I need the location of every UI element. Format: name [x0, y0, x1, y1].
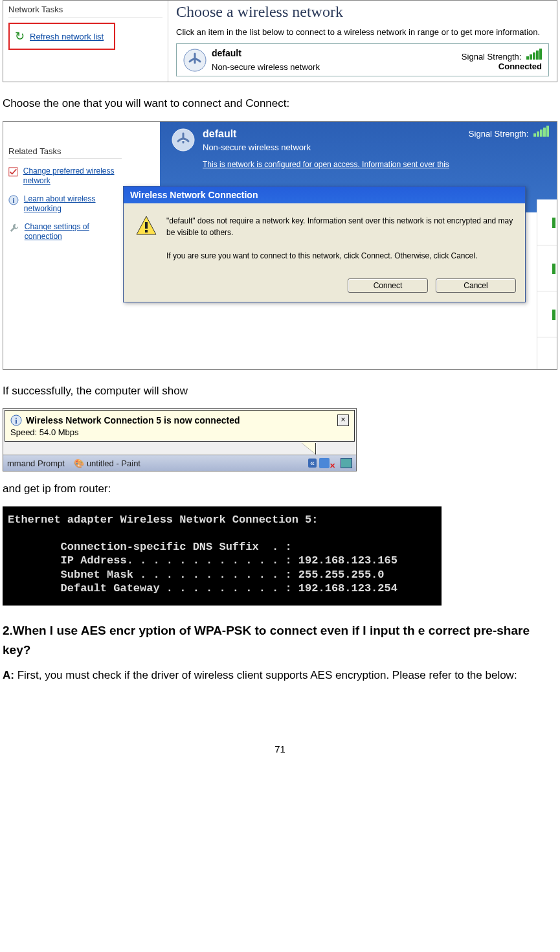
- selected-network-desc: Non-secure wireless network: [203, 142, 449, 152]
- refresh-network-list-box[interactable]: ↻ Refresh network list: [8, 23, 115, 50]
- task-change-preferred[interactable]: Change preferred wireless network: [23, 166, 122, 187]
- background-list-edge: [537, 199, 557, 369]
- selected-signal-label: Signal Strength:: [469, 129, 529, 139]
- signal-bars-icon: [533, 126, 549, 137]
- screenshot-choose-network: Network Tasks ↻ Refresh network list Cho…: [3, 0, 557, 82]
- info-icon: i: [10, 414, 22, 426]
- paint-icon: 🎨: [74, 459, 84, 468]
- warning-icon: [135, 215, 157, 237]
- network-desc: Non-secure wireless network: [212, 62, 456, 72]
- connection-status: Connected: [462, 62, 542, 71]
- checklist-icon: [8, 166, 18, 178]
- system-tray: « ✕: [308, 458, 352, 468]
- page-number: 71: [3, 743, 557, 760]
- signal-bars-icon: [526, 49, 542, 60]
- taskbar-item-cmd[interactable]: mmand Prompt: [7, 459, 65, 468]
- faq-question-2: 2.When I use AES encr yption of WPA-PSK …: [3, 621, 557, 661]
- tray-error-icon: ✕: [330, 462, 335, 470]
- toast-speed: Speed: 54.0 Mbps: [10, 427, 349, 437]
- svg-text:i: i: [12, 197, 14, 204]
- tray-network-icon[interactable]: [319, 458, 330, 468]
- taskbar: mmand Prompt 🎨 untitled - Paint « ✕: [3, 455, 356, 471]
- paragraph-choose-connect: Choose the one that you will want to con…: [3, 95, 557, 112]
- svg-rect-6: [145, 230, 148, 232]
- paragraph-if-successful: If successfully, the computer will show: [3, 383, 557, 400]
- connect-button[interactable]: Connect: [348, 278, 428, 293]
- screenshot-connect-dialog: Related Tasks Change preferred wireless …: [3, 121, 557, 370]
- task-learn-about[interactable]: Learn about wireless networking: [24, 194, 122, 214]
- cancel-button[interactable]: Cancel: [436, 278, 516, 293]
- signal-strength-label: Signal Strength:: [462, 52, 522, 62]
- paragraph-get-ip: and get ip from router:: [3, 481, 557, 497]
- network-tasks-header: Network Tasks: [8, 5, 162, 17]
- wifi-icon: [172, 128, 195, 152]
- tray-expand-icon[interactable]: «: [308, 459, 317, 468]
- screenshot-connected-toast: i Wireless Network Connection 5 is now c…: [3, 408, 357, 471]
- network-name: default: [212, 48, 456, 58]
- toast-title: Wireless Network Connection 5 is now con…: [26, 415, 240, 425]
- selected-network-name: default: [203, 128, 449, 140]
- wifi-icon: [183, 49, 207, 72]
- info-icon: i: [8, 194, 19, 206]
- tray-monitor-icon[interactable]: [341, 458, 352, 468]
- terminal-output: Ethernet adapter Wireless Network Connec…: [3, 506, 442, 606]
- related-tasks-panel: Related Tasks Change preferred wireless …: [8, 146, 122, 251]
- selected-network-note: This is network is configured for open a…: [203, 160, 449, 169]
- refresh-icon: ↻: [15, 29, 25, 43]
- wrench-icon: [8, 222, 19, 234]
- related-tasks-header: Related Tasks: [8, 146, 122, 159]
- dialog-message-1: "default" does not require a network key…: [166, 215, 513, 238]
- choose-network-instruction: Click an item in the list below to conne…: [176, 27, 549, 37]
- faq-answer-2: A: First, you must check if the driver o…: [3, 666, 557, 686]
- toast-tail-icon: [301, 442, 315, 454]
- svg-rect-5: [145, 222, 148, 229]
- choose-network-title: Choose a wireless network: [176, 3, 549, 21]
- taskbar-item-paint[interactable]: untitled - Paint: [87, 459, 140, 468]
- dialog-title: Wireless Network Connection: [124, 187, 525, 203]
- refresh-network-list-link[interactable]: Refresh network list: [30, 32, 104, 41]
- dialog-message-2: If you are sure you want to connect to t…: [166, 250, 513, 262]
- task-change-settings[interactable]: Change settings of connection: [25, 222, 122, 242]
- connect-confirm-dialog: Wireless Network Connection "default" do…: [123, 186, 526, 302]
- choose-network-panel: Choose a wireless network Click an item …: [168, 1, 557, 82]
- connection-toast: i Wireless Network Connection 5 is now c…: [5, 410, 355, 442]
- network-list-item[interactable]: default Non-secure wireless network Sign…: [176, 43, 549, 76]
- network-tasks-panel: Network Tasks ↻ Refresh network list: [3, 1, 168, 82]
- toast-close-button[interactable]: ×: [337, 414, 349, 426]
